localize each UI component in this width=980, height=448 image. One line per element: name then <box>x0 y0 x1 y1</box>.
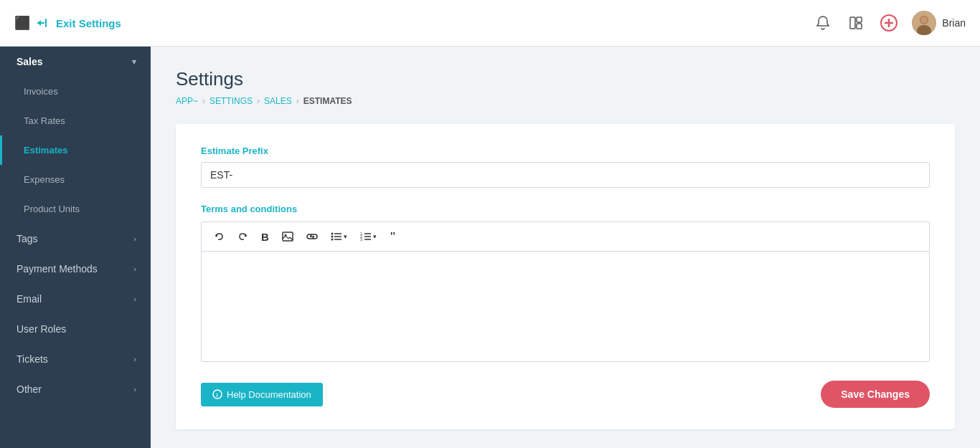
undo-icon <box>214 232 225 242</box>
unordered-list-button[interactable]: ▾ <box>326 229 352 244</box>
ol-icon: 1. 2. 3. <box>360 232 372 241</box>
svg-point-12 <box>920 16 928 24</box>
prefix-input[interactable] <box>201 162 930 188</box>
ul-chevron: ▾ <box>344 233 347 240</box>
sidebar-item-expenses[interactable]: Expenses <box>0 165 151 194</box>
bold-icon: B <box>261 231 269 243</box>
image-button[interactable] <box>277 229 298 244</box>
user-section[interactable]: Brian <box>912 11 966 35</box>
info-icon: i <box>212 389 222 399</box>
blockquote-icon: " <box>390 229 396 244</box>
sidebar-expenses-label: Expenses <box>24 174 65 185</box>
sidebar-item-product-units[interactable]: Product Units <box>0 194 151 224</box>
chevron-right-icon-4: › <box>133 355 136 363</box>
avatar <box>912 11 936 35</box>
svg-point-22 <box>331 239 333 241</box>
prefix-label: Estimate Prefix <box>201 146 930 156</box>
undo-button[interactable] <box>209 229 230 245</box>
svg-rect-15 <box>283 232 293 241</box>
sidebar-tickets-label: Tickets <box>17 353 48 365</box>
sidebar-item-tax-rates[interactable]: Tax Rates <box>0 106 151 135</box>
terms-label: Terms and conditions <box>201 204 930 214</box>
chevron-right-icon-3: › <box>133 295 136 303</box>
sidebar-item-other[interactable]: Other › <box>0 374 151 404</box>
svg-point-20 <box>331 236 333 238</box>
sidebar-item-user-roles[interactable]: User Roles <box>0 314 151 344</box>
add-icon[interactable] <box>879 13 899 33</box>
topbar-actions: Brian <box>813 11 966 35</box>
link-icon <box>306 233 318 240</box>
chevron-right-icon-2: › <box>133 264 136 273</box>
sidebar-user-roles-label: User Roles <box>17 323 66 335</box>
exit-arrow-icon <box>36 16 49 29</box>
content-area: Settings APP~ › SETTINGS › SALES › ESTIM… <box>151 47 980 448</box>
sidebar-tax-rates-label: Tax Rates <box>24 115 65 126</box>
sidebar-email-label: Email <box>17 293 42 305</box>
form-card: Estimate Prefix Terms and conditions <box>176 124 955 429</box>
sidebar-sales-label: Sales <box>17 56 43 67</box>
breadcrumb-sep-1: › <box>202 96 205 106</box>
user-name: Brian <box>942 17 966 29</box>
sidebar-item-email[interactable]: Email › <box>0 284 151 314</box>
breadcrumb: APP~ › SETTINGS › SALES › ESTIMATES <box>176 96 955 106</box>
svg-marker-1 <box>37 20 41 26</box>
sidebar-invoices-label: Invoices <box>24 86 58 97</box>
chevron-right-icon: › <box>133 234 136 243</box>
bold-button[interactable]: B <box>256 228 274 246</box>
ul-icon <box>331 232 342 241</box>
svg-rect-4 <box>857 17 862 22</box>
blockquote-button[interactable]: " <box>385 227 401 247</box>
link-button[interactable] <box>301 230 323 243</box>
sidebar-payment-methods-label: Payment Methods <box>17 263 98 275</box>
redo-button[interactable] <box>232 229 253 245</box>
breadcrumb-current: ESTIMATES <box>303 96 352 106</box>
editor-toolbar: B <box>201 221 930 251</box>
breadcrumb-sep-2: › <box>257 96 260 106</box>
breadcrumb-app[interactable]: APP~ <box>176 96 198 106</box>
sidebar-item-estimates[interactable]: Estimates <box>0 135 151 165</box>
svg-rect-2 <box>45 19 47 27</box>
svg-rect-3 <box>850 17 855 29</box>
chevron-down-icon: ▾ <box>132 57 136 67</box>
sidebar-item-sales[interactable]: Sales ▾ <box>0 47 151 77</box>
sidebar-product-units-label: Product Units <box>24 204 80 214</box>
sidebar-estimates-label: Estimates <box>24 145 67 156</box>
exit-icon: ⬛ <box>14 15 30 31</box>
main-layout: Sales ▾ Invoices Tax Rates Estimates Exp… <box>0 47 980 448</box>
ol-chevron: ▾ <box>373 233 377 240</box>
topbar: ⬛ Exit Settings <box>0 0 980 47</box>
sidebar-item-tags[interactable]: Tags › <box>0 224 151 254</box>
chevron-right-icon-5: › <box>133 385 136 394</box>
breadcrumb-sales[interactable]: SALES <box>264 96 292 106</box>
page-title: Settings <box>176 68 955 90</box>
exit-settings-button[interactable]: ⬛ Exit Settings <box>14 15 121 31</box>
ordered-list-button[interactable]: 1. 2. 3. ▾ <box>355 229 382 244</box>
sidebar-item-invoices[interactable]: Invoices <box>0 77 151 106</box>
image-icon <box>282 232 293 242</box>
sidebar: Sales ▾ Invoices Tax Rates Estimates Exp… <box>0 47 151 448</box>
terms-editor[interactable] <box>201 251 930 362</box>
notifications-icon[interactable] <box>813 13 833 33</box>
bottom-actions: i Help Documentation Save Changes <box>201 381 930 408</box>
sidebar-item-payment-methods[interactable]: Payment Methods › <box>0 254 151 284</box>
svg-point-18 <box>331 233 333 235</box>
breadcrumb-sep-3: › <box>296 96 299 106</box>
svg-text:3.: 3. <box>360 237 363 241</box>
save-changes-button[interactable]: Save Changes <box>821 381 930 408</box>
breadcrumb-settings[interactable]: SETTINGS <box>209 96 253 106</box>
sidebar-tags-label: Tags <box>17 233 38 244</box>
svg-text:i: i <box>217 392 218 399</box>
redo-icon <box>237 232 248 242</box>
sidebar-other-label: Other <box>17 383 42 395</box>
exit-settings-label: Exit Settings <box>56 17 121 29</box>
help-documentation-button[interactable]: i Help Documentation <box>201 383 323 406</box>
help-btn-label: Help Documentation <box>227 389 311 400</box>
sidebar-item-tickets[interactable]: Tickets › <box>0 344 151 374</box>
svg-rect-5 <box>857 24 862 29</box>
layout-icon[interactable] <box>846 13 866 33</box>
